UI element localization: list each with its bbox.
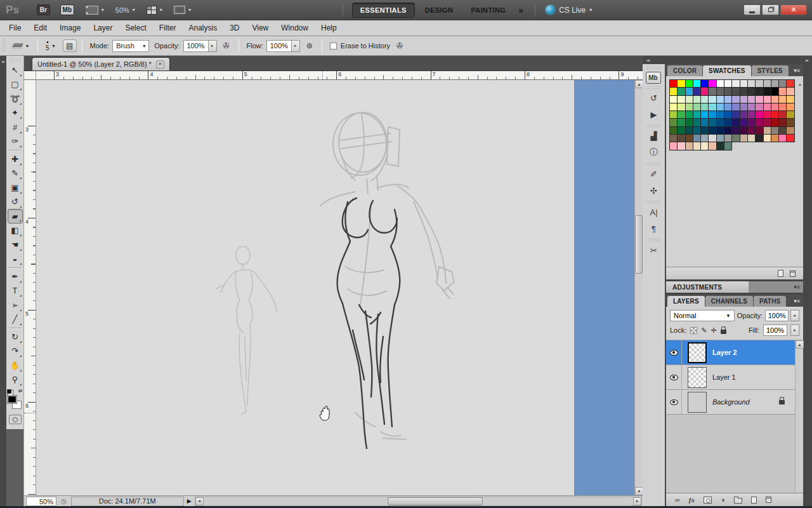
- horizontal-scrollbar[interactable]: ◂ ▸: [195, 497, 642, 506]
- layer-thumbnail[interactable]: [688, 342, 707, 363]
- swatch-117[interactable]: [709, 135, 716, 142]
- panel-menu-icon[interactable]: ▾≡: [790, 284, 803, 290]
- swatch-15[interactable]: [787, 80, 794, 88]
- brush-panel-icon[interactable]: ✐: [646, 166, 662, 182]
- swatch-75[interactable]: [756, 111, 763, 119]
- tab-paths[interactable]: PATHS: [754, 296, 786, 307]
- swatch-128[interactable]: [670, 142, 678, 150]
- swatch-10[interactable]: [748, 80, 756, 88]
- swatch-123[interactable]: [756, 135, 763, 142]
- status-doc-info[interactable]: Doc: 24.1M/7.71M: [71, 497, 184, 506]
- delete-layer-icon[interactable]: [766, 497, 771, 503]
- swatch-72[interactable]: [732, 111, 740, 119]
- delete-swatch-button[interactable]: [790, 271, 796, 277]
- layer-opacity-spinner[interactable]: ▸: [790, 310, 799, 321]
- swatch-34[interactable]: [686, 96, 693, 104]
- swatch-85[interactable]: [709, 119, 716, 126]
- collapse-dock-icon[interactable]: ▸▸: [806, 58, 808, 62]
- quick-selection-tool[interactable]: ✦: [8, 106, 23, 121]
- scrollbar-track[interactable]: [635, 88, 643, 487]
- lasso-tool[interactable]: ➰: [8, 91, 23, 106]
- swatch-19[interactable]: [693, 88, 701, 95]
- swatch-39[interactable]: [724, 96, 732, 104]
- swatch-71[interactable]: [724, 111, 732, 119]
- swatch-40[interactable]: [732, 96, 740, 104]
- swatch-17[interactable]: [678, 88, 685, 95]
- swatch-36[interactable]: [701, 96, 709, 104]
- swatch-20[interactable]: [701, 88, 709, 95]
- swatch-109[interactable]: [771, 127, 779, 135]
- swatch-102[interactable]: [717, 127, 724, 135]
- tool-preset-picker[interactable]: ▾: [6, 43, 35, 49]
- swatch-134[interactable]: [717, 142, 724, 150]
- swatch-33[interactable]: [678, 96, 685, 104]
- swatch-26[interactable]: [748, 88, 756, 95]
- menu-select[interactable]: Select: [119, 21, 152, 35]
- scrollbar-thumb[interactable]: [388, 497, 483, 505]
- tab-close-icon[interactable]: ✕: [156, 60, 164, 69]
- swatch-12[interactable]: [764, 80, 771, 88]
- swatch-1[interactable]: [678, 80, 685, 88]
- swatch-111[interactable]: [787, 127, 794, 135]
- lock-transparency-button[interactable]: [690, 327, 697, 334]
- tab-swatches[interactable]: SWATCHES: [703, 65, 751, 76]
- visibility-toggle[interactable]: [666, 390, 682, 414]
- visibility-toggle[interactable]: [666, 340, 682, 364]
- panel-dock-grip[interactable]: [646, 162, 661, 165]
- swatch-31[interactable]: [787, 88, 794, 95]
- screen-mode-control[interactable]: ▾: [174, 6, 191, 14]
- clone-source-panel-icon[interactable]: ✣: [646, 183, 662, 198]
- blend-mode-select[interactable]: Normal▼: [670, 310, 735, 321]
- swatch-48[interactable]: [670, 104, 678, 111]
- swatch-131[interactable]: [693, 142, 701, 150]
- menu-filter[interactable]: Filter: [153, 21, 183, 35]
- swatch-119[interactable]: [724, 135, 732, 142]
- swatch-29[interactable]: [771, 88, 779, 95]
- swatch-0[interactable]: [670, 80, 678, 88]
- swatch-65[interactable]: [678, 111, 685, 119]
- quick-mask-button[interactable]: [9, 415, 22, 424]
- swatch-24[interactable]: [732, 88, 740, 95]
- swatch-53[interactable]: [709, 104, 716, 111]
- workspace-overflow-chevron[interactable]: »: [518, 5, 523, 15]
- foreground-color-well[interactable]: [7, 395, 17, 404]
- history-brush-tool[interactable]: ↺: [8, 195, 23, 210]
- menu-edit[interactable]: Edit: [27, 21, 53, 35]
- swatch-113[interactable]: [678, 135, 685, 142]
- swatch-110[interactable]: [779, 127, 787, 135]
- swatch-74[interactable]: [748, 111, 756, 119]
- swatch-21[interactable]: [709, 88, 716, 95]
- paragraph-panel-icon[interactable]: ¶: [646, 221, 662, 236]
- zoom-tool[interactable]: ⚲: [8, 373, 23, 387]
- layers-scrollbar[interactable]: ▴: [795, 340, 803, 493]
- menu-view[interactable]: View: [246, 21, 275, 35]
- brush-tool[interactable]: ✎: [8, 166, 23, 181]
- opacity-spinner[interactable]: ▸: [208, 40, 217, 52]
- swatch-101[interactable]: [709, 127, 716, 135]
- swatch-62[interactable]: [779, 104, 787, 111]
- add-layer-mask-icon[interactable]: [704, 497, 712, 504]
- restore-button[interactable]: [762, 4, 779, 15]
- left-dock-collapse-strip[interactable]: ▸▸: [0, 56, 6, 506]
- mode-select[interactable]: Brush▾: [112, 40, 149, 52]
- brush-preset-picker[interactable]: •5 ▾: [41, 41, 60, 51]
- swatch-114[interactable]: [686, 135, 693, 142]
- 3d-rotate-tool[interactable]: ↻: [8, 330, 23, 344]
- swatch-56[interactable]: [732, 104, 740, 111]
- swatch-87[interactable]: [724, 119, 732, 126]
- scroll-right-icon[interactable]: ▸: [633, 497, 641, 505]
- histogram-panel-icon[interactable]: ▟: [646, 128, 662, 144]
- swatch-78[interactable]: [779, 111, 787, 119]
- new-swatch-button[interactable]: [778, 270, 783, 277]
- swatch-127[interactable]: [787, 135, 794, 142]
- menu-window[interactable]: Window: [275, 21, 315, 35]
- layer-opacity-field[interactable]: 100%: [765, 310, 789, 321]
- swatch-52[interactable]: [701, 104, 709, 111]
- visibility-toggle[interactable]: [666, 365, 682, 389]
- path-selection-tool[interactable]: ➢: [8, 298, 23, 312]
- workspace-tab-design[interactable]: DESIGN: [417, 3, 461, 17]
- toolbar-grip[interactable]: [10, 58, 21, 62]
- swatch-50[interactable]: [686, 104, 693, 111]
- scrollbar-track[interactable]: [204, 497, 633, 505]
- panel-dock-grip[interactable]: [646, 124, 661, 127]
